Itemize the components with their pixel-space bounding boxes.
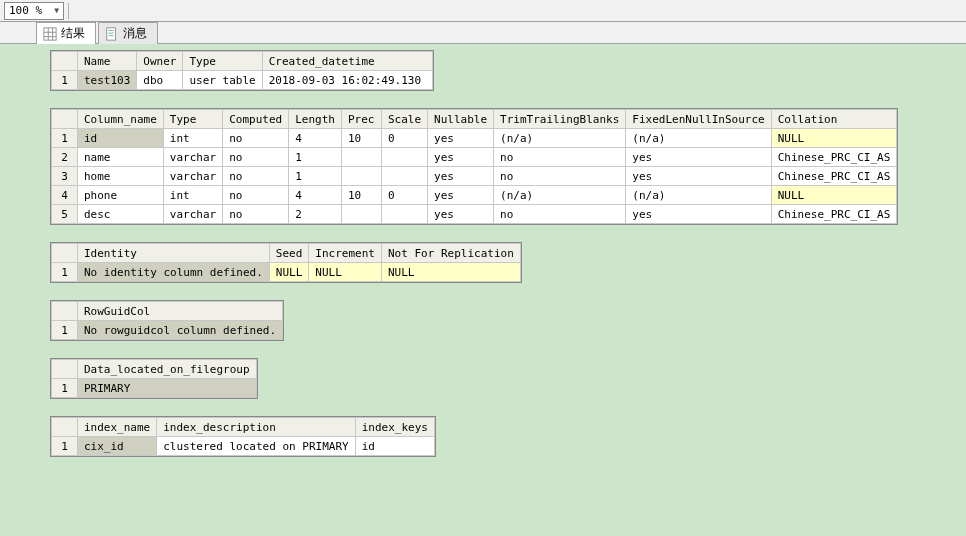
- cell-fixed: yes: [626, 167, 771, 186]
- cell-fixed: (n/a): [626, 186, 771, 205]
- table-row[interactable]: 1idintno4100yes(n/a)(n/a)NULL: [52, 129, 897, 148]
- row-number-header[interactable]: [52, 302, 78, 321]
- col-header-type[interactable]: Type: [183, 52, 262, 71]
- col-header-trim[interactable]: TrimTrailingBlanks: [494, 110, 626, 129]
- cell-nullable: yes: [428, 148, 494, 167]
- cell-type: user table: [183, 71, 262, 90]
- row-number-header[interactable]: [52, 110, 78, 129]
- col-header-prec[interactable]: Prec: [341, 110, 381, 129]
- col-header-type[interactable]: Type: [163, 110, 222, 129]
- cell-index-name: cix_id: [78, 437, 157, 456]
- col-header-identity[interactable]: Identity: [78, 244, 270, 263]
- cell-nullable: yes: [428, 205, 494, 224]
- row-number: 1: [52, 71, 78, 90]
- cell-computed: no: [223, 129, 289, 148]
- cell-fixed: yes: [626, 148, 771, 167]
- tab-results-label: 结果: [61, 25, 85, 42]
- row-number-header[interactable]: [52, 244, 78, 263]
- rowguid-grid: RowGuidCol 1 No rowguidcol column define…: [50, 300, 284, 341]
- cell-fixed: (n/a): [626, 129, 771, 148]
- cell-nullable: yes: [428, 129, 494, 148]
- col-header-name[interactable]: Name: [78, 52, 137, 71]
- table-header-row: Identity Seed Increment Not For Replicat…: [52, 244, 521, 263]
- col-header-index-desc[interactable]: index_description: [157, 418, 355, 437]
- grid-icon: [43, 27, 57, 41]
- row-number: 5: [52, 205, 78, 224]
- col-header-increment[interactable]: Increment: [309, 244, 382, 263]
- row-number: 3: [52, 167, 78, 186]
- cell-prec: [341, 167, 381, 186]
- tab-results[interactable]: 结果: [36, 22, 96, 44]
- cell-computed: no: [223, 205, 289, 224]
- table-row[interactable]: 2namevarcharno1yesnoyesChinese_PRC_CI_AS: [52, 148, 897, 167]
- table-meta-grid: Name Owner Type Created_datetime 1 test1…: [50, 50, 434, 91]
- col-header-computed[interactable]: Computed: [223, 110, 289, 129]
- cell-collation: Chinese_PRC_CI_AS: [771, 167, 897, 186]
- svg-rect-0: [44, 27, 56, 39]
- cell-index-desc: clustered located on PRIMARY: [157, 437, 355, 456]
- col-header-collation[interactable]: Collation: [771, 110, 897, 129]
- cell-trim: no: [494, 148, 626, 167]
- col-header-nullable[interactable]: Nullable: [428, 110, 494, 129]
- row-number-header[interactable]: [52, 418, 78, 437]
- table-row[interactable]: 1 No identity column defined. NULL NULL …: [52, 263, 521, 282]
- cell-trim: (n/a): [494, 129, 626, 148]
- row-number: 2: [52, 148, 78, 167]
- table-row[interactable]: 1 No rowguidcol column defined.: [52, 321, 283, 340]
- cell-length: 2: [289, 205, 342, 224]
- cell-trim: no: [494, 167, 626, 186]
- col-header-scale[interactable]: Scale: [381, 110, 427, 129]
- cell-scale: 0: [381, 129, 427, 148]
- col-header-nfr[interactable]: Not For Replication: [381, 244, 520, 263]
- table-row[interactable]: 1 PRIMARY: [52, 379, 257, 398]
- zoom-dropdown[interactable]: 100 % ▼: [4, 2, 64, 20]
- col-header-owner[interactable]: Owner: [137, 52, 183, 71]
- cell-trim: no: [494, 205, 626, 224]
- col-header-filegroup[interactable]: Data_located_on_filegroup: [78, 360, 257, 379]
- cell-type: int: [163, 129, 222, 148]
- cell-identity: No identity column defined.: [78, 263, 270, 282]
- col-header-index-name[interactable]: index_name: [78, 418, 157, 437]
- col-header-length[interactable]: Length: [289, 110, 342, 129]
- identity-grid: Identity Seed Increment Not For Replicat…: [50, 242, 522, 283]
- table-row[interactable]: 3homevarcharno1yesnoyesChinese_PRC_CI_AS: [52, 167, 897, 186]
- cell-scale: [381, 205, 427, 224]
- table-row[interactable]: 4phoneintno4100yes(n/a)(n/a)NULL: [52, 186, 897, 205]
- cell-prec: 10: [341, 186, 381, 205]
- row-number: 4: [52, 186, 78, 205]
- cell-scale: [381, 148, 427, 167]
- cell-created: 2018-09-03 16:02:49.130: [262, 71, 432, 90]
- table-row[interactable]: 1 cix_id clustered located on PRIMARY id: [52, 437, 435, 456]
- col-header-fixed[interactable]: FixedLenNullInSource: [626, 110, 771, 129]
- results-panel: Name Owner Type Created_datetime 1 test1…: [0, 44, 966, 536]
- col-header-column-name[interactable]: Column_name: [78, 110, 164, 129]
- row-number: 1: [52, 321, 78, 340]
- cell-computed: no: [223, 186, 289, 205]
- row-number-header[interactable]: [52, 52, 78, 71]
- col-header-seed[interactable]: Seed: [269, 244, 309, 263]
- zoom-value: 100 %: [9, 4, 42, 17]
- cell-column-name: name: [78, 148, 164, 167]
- col-header-index-keys[interactable]: index_keys: [355, 418, 434, 437]
- cell-scale: 0: [381, 186, 427, 205]
- cell-collation: NULL: [771, 129, 897, 148]
- toolbar-separator: [68, 3, 69, 19]
- cell-prec: [341, 148, 381, 167]
- cell-computed: no: [223, 148, 289, 167]
- table-row[interactable]: 1 test103 dbo user table 2018-09-03 16:0…: [52, 71, 433, 90]
- cell-nfr: NULL: [381, 263, 520, 282]
- col-header-rowguidcol[interactable]: RowGuidCol: [78, 302, 283, 321]
- cell-index-keys: id: [355, 437, 434, 456]
- row-number-header[interactable]: [52, 360, 78, 379]
- cell-nullable: yes: [428, 186, 494, 205]
- table-row[interactable]: 5descvarcharno2yesnoyesChinese_PRC_CI_AS: [52, 205, 897, 224]
- cell-prec: [341, 205, 381, 224]
- cell-filegroup: PRIMARY: [78, 379, 257, 398]
- cell-collation: Chinese_PRC_CI_AS: [771, 148, 897, 167]
- col-header-created[interactable]: Created_datetime: [262, 52, 432, 71]
- cell-column-name: phone: [78, 186, 164, 205]
- cell-type: varchar: [163, 167, 222, 186]
- columns-grid: Column_name Type Computed Length Prec Sc…: [50, 108, 898, 225]
- index-grid: index_name index_description index_keys …: [50, 416, 436, 457]
- tab-messages[interactable]: 消息: [98, 22, 158, 44]
